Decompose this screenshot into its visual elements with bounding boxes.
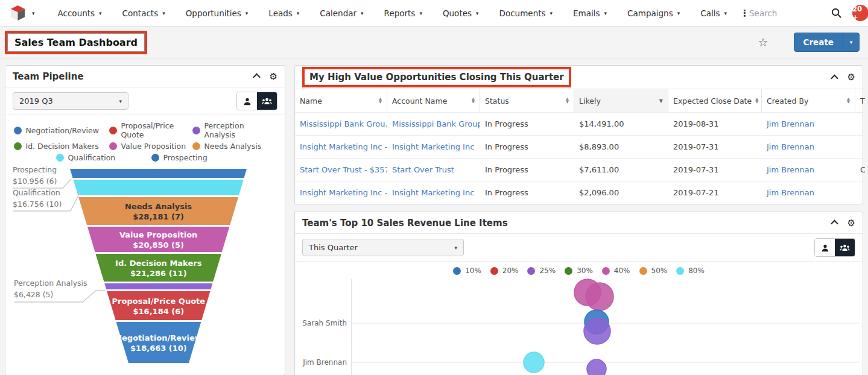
gear-icon[interactable]: ⚙: [270, 71, 277, 82]
legend-label: 40%: [614, 266, 630, 275]
nav-item-calls[interactable]: Calls▾: [700, 8, 727, 18]
create-caret-icon[interactable]: ▾: [843, 33, 859, 51]
period-select-value: This Quarter: [309, 243, 358, 252]
legend-item[interactable]: Prospecting: [151, 153, 235, 162]
legend-item[interactable]: Proposal/Price Quote: [109, 121, 192, 139]
opportunities-title: My High Value Opportunities Closing This…: [305, 69, 569, 85]
nav-item-quotes[interactable]: Quotes▾: [443, 8, 479, 18]
legend-item[interactable]: Qualification: [56, 153, 151, 162]
bubble-25%[interactable]: [584, 318, 610, 344]
bubble-80%[interactable]: [524, 352, 544, 373]
nav-item-reports[interactable]: Reports▾: [384, 8, 422, 18]
column-header-name[interactable]: Name▲▼: [295, 89, 387, 112]
notification-badge[interactable]: 20 +: [852, 5, 868, 21]
revenue-title: Team's Top 10 Sales Revenue Line Items: [302, 218, 508, 228]
cell-created_by[interactable]: Jim Brennan: [762, 136, 855, 158]
legend-item[interactable]: Negotiation/Review: [14, 121, 109, 139]
nav-item-label: Calls: [700, 8, 720, 18]
nav-item-contacts[interactable]: Contacts▾: [122, 8, 165, 18]
column-header-t[interactable]: T: [855, 89, 865, 112]
legend-item[interactable]: 25%: [527, 266, 556, 275]
column-label: Expected Close Date: [673, 96, 752, 106]
legend-item[interactable]: 50%: [639, 266, 668, 275]
cell-status: In Progress: [480, 113, 574, 135]
legend-item[interactable]: Id. Decision Makers: [14, 142, 109, 151]
single-user-toggle[interactable]: [815, 239, 835, 256]
cell-name[interactable]: Start Over Trust - $357...: [295, 159, 387, 181]
legend-item[interactable]: 20%: [490, 266, 519, 275]
collapse-chevron-icon[interactable]: [831, 74, 838, 82]
legend-label: Prospecting: [163, 153, 207, 162]
funnel-segment[interactable]: [104, 283, 212, 289]
gear-icon[interactable]: ⚙: [847, 218, 855, 228]
funnel-outside-label: Perception Analysis: [14, 279, 87, 288]
nav-item-opportunities[interactable]: Opportunities▾: [186, 8, 249, 18]
legend-item[interactable]: 40%: [602, 266, 630, 275]
nav-item-label: Campaigns: [627, 8, 673, 18]
team-pipeline-title: Team Pipeline: [13, 71, 84, 82]
nav-item-calendar[interactable]: Calendar▾: [320, 8, 363, 18]
bubble-40%[interactable]: [586, 283, 613, 310]
user-icon: [821, 244, 829, 252]
chevron-down-icon: ▾: [550, 10, 553, 16]
nav-item-label: Opportunities: [186, 8, 241, 18]
cell-account[interactable]: Mississippi Bank Group: [387, 113, 480, 135]
nav-item-leads[interactable]: Leads▾: [268, 8, 299, 18]
column-header-account-name[interactable]: Account Name▲▼: [387, 89, 480, 112]
search-icon[interactable]: [831, 8, 841, 18]
cell-close_date: 2019-07-31: [668, 136, 762, 158]
column-label: Created By: [767, 96, 808, 106]
cell-created_by[interactable]: Jim Brennan: [762, 113, 855, 135]
cell-extra: [855, 181, 865, 204]
period-select[interactable]: This Quarter ▾: [302, 239, 464, 256]
legend-dot: [602, 267, 610, 275]
page-title[interactable]: Sales Team Dashboard: [7, 33, 145, 52]
single-user-toggle[interactable]: [237, 92, 257, 110]
cell-account[interactable]: Insight Marketing Inc: [387, 181, 480, 204]
cell-created_by[interactable]: Jim Brennan: [762, 159, 855, 181]
cell-name[interactable]: Insight Marketing Inc - ...: [295, 136, 387, 158]
chevron-down-icon: ▾: [297, 10, 300, 16]
quarter-select[interactable]: 2019 Q3 ▾: [13, 92, 128, 110]
legend-item[interactable]: Perception Analysis: [192, 121, 277, 139]
nav-item-documents[interactable]: Documents▾: [499, 8, 553, 18]
collapse-chevron-icon[interactable]: [253, 74, 261, 81]
group-toggle[interactable]: [835, 239, 855, 256]
legend-item[interactable]: 30%: [565, 266, 593, 275]
legend-item[interactable]: 80%: [676, 266, 705, 275]
favorite-star-icon[interactable]: ☆: [758, 36, 768, 49]
collapse-chevron-icon[interactable]: [831, 220, 838, 228]
legend-item[interactable]: Value Proposition: [109, 142, 192, 151]
gear-icon[interactable]: ⚙: [847, 72, 855, 83]
nav-item-accounts[interactable]: Accounts▾: [58, 8, 102, 18]
cell-account[interactable]: Insight Marketing Inc: [387, 136, 480, 158]
search-input[interactable]: [749, 8, 820, 18]
funnel-segment-label: Negotiation/Review: [115, 333, 202, 342]
nav-item-emails[interactable]: Emails▾: [573, 8, 607, 18]
nav-item-campaigns[interactable]: Campaigns▾: [627, 8, 680, 18]
funnel-segment-label: Proposal/Price Quote: [112, 297, 206, 306]
cell-likely: $7,611.00: [574, 159, 668, 181]
group-toggle[interactable]: [257, 92, 277, 110]
legend-item[interactable]: Needs Analysis: [192, 142, 277, 151]
column-header-expected-close-date[interactable]: Expected Close Date▲▼: [668, 89, 762, 112]
app-logo-menu[interactable]: ▾: [10, 5, 35, 21]
annotation-box-opportunities: My High Value Opportunities Closing This…: [302, 67, 571, 87]
bubble-25%[interactable]: [587, 359, 606, 375]
column-header-created-by[interactable]: Created By▲▼: [762, 89, 855, 112]
cell-name[interactable]: Mississippi Bank Grou...: [295, 113, 387, 135]
column-header-likely[interactable]: Likely▼: [574, 89, 668, 112]
legend-item[interactable]: 10%: [453, 266, 481, 275]
cell-name[interactable]: Insight Marketing Inc - ...: [295, 181, 387, 204]
funnel-segment[interactable]: [73, 180, 243, 195]
more-menu-icon[interactable]: ⋮: [740, 8, 749, 19]
cell-account[interactable]: Start Over Trust: [387, 159, 480, 181]
create-button[interactable]: Create ▾: [794, 33, 860, 52]
column-header-status[interactable]: Status▲▼: [480, 89, 574, 112]
legend-label: 50%: [651, 266, 668, 275]
cell-created_by[interactable]: Jim Brennan: [762, 181, 855, 204]
funnel-segment[interactable]: [116, 322, 201, 363]
legend-label: Perception Analysis: [204, 121, 277, 139]
chevron-down-icon: ▾: [419, 10, 422, 16]
funnel-segment[interactable]: [70, 169, 247, 178]
